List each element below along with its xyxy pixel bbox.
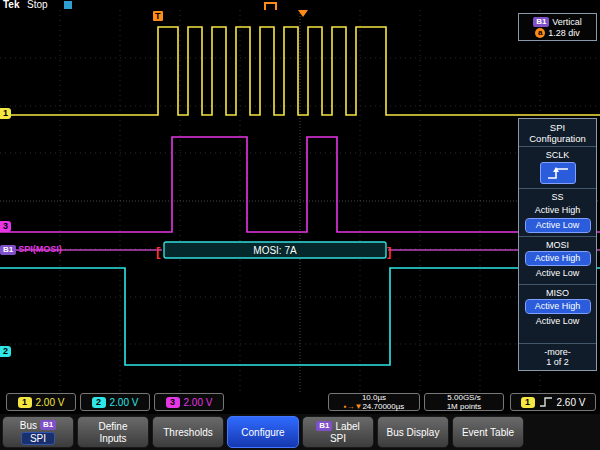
delay-readout: ▪→▼24.70000µs	[344, 402, 405, 411]
menu-bus-label: Bus	[20, 420, 37, 431]
trigger-readout: 1 2.60 V	[510, 393, 596, 411]
ch1-marker[interactable]: 1	[0, 108, 11, 119]
menu-event-table-button[interactable]: Event Table	[452, 416, 524, 448]
vbadge-label: Vertical	[552, 17, 582, 27]
thresholds-label: Thresholds	[163, 427, 212, 438]
define-inputs-line1: Define	[99, 421, 128, 432]
acquisition-indicator	[64, 1, 72, 9]
rising-edge-icon	[546, 166, 570, 180]
mosi-label: MOSI	[546, 240, 569, 250]
menu-configure-button[interactable]: Configure	[227, 416, 299, 448]
ch2-marker[interactable]: 2	[0, 346, 11, 357]
mosi-section: MOSI Active High Active Low	[519, 236, 596, 284]
miso-label: MISO	[546, 288, 569, 298]
miso-active-high-option[interactable]: Active High	[526, 300, 590, 313]
miso-section: MISO Active High Active Low	[519, 284, 596, 332]
ch3-scale-value: 2.00 V	[184, 397, 213, 408]
menu-bus-button[interactable]: Bus B1 SPI	[2, 416, 74, 448]
panel-title-line1: SPI	[519, 122, 596, 133]
delay-marker-icon: ▪→▼	[344, 402, 363, 411]
acquisition-readout: 5.00GS/s 1M points	[424, 393, 504, 411]
ch3-badge: 3	[166, 397, 180, 408]
ch2-scale-value: 2.00 V	[110, 397, 139, 408]
trigger-level-value: 2.60 V	[557, 397, 586, 408]
waveform-display: MOSI: 7A [ ]	[0, 10, 600, 392]
panel-title: SPI Configuration	[519, 119, 596, 146]
timebase-value: 10.0µs	[362, 393, 386, 402]
bus-decode-value: MOSI: 7A	[253, 245, 297, 256]
more-label: -more-	[519, 347, 596, 357]
brand-logo: Tek	[3, 0, 20, 10]
trigger-source-badge: 1	[521, 397, 535, 408]
menu-thresholds-button[interactable]: Thresholds	[152, 416, 224, 448]
ch1-badge: 1	[18, 397, 32, 408]
more-page-indicator: 1 of 2	[519, 357, 596, 367]
ss-section: SS Active High Active Low	[519, 188, 596, 236]
sclk-rising-edge-button[interactable]	[540, 162, 576, 184]
more-pages-button[interactable]: -more- 1 of 2	[519, 343, 596, 370]
acquisition-status: Stop	[27, 0, 48, 10]
event-table-label: Event Table	[462, 427, 514, 438]
bus-bracket-right: ]	[387, 244, 391, 259]
ch1-scale-value: 2.00 V	[36, 397, 65, 408]
trigger-position-arrow[interactable]	[298, 10, 308, 17]
horizontal-readout: 10.0µs ▪→▼24.70000µs	[328, 393, 420, 411]
multipurpose-knob-a-icon: a	[535, 28, 545, 38]
panel-title-line2: Configuration	[519, 133, 596, 144]
bus-vertical-badge: B1 Vertical a 1.28 div	[518, 13, 597, 41]
bus-badge: B1	[0, 245, 16, 255]
ss-label: SS	[551, 192, 563, 202]
sclk-label: SCLK	[546, 150, 570, 160]
delay-value: 24.70000µs	[362, 402, 404, 411]
bus-bracket-left: [	[156, 244, 161, 259]
define-inputs-line2: Inputs	[99, 433, 126, 444]
record-length-value: 1M points	[447, 402, 482, 411]
expansion-point-marker	[264, 2, 277, 10]
vbadge-bus-badge: B1	[533, 17, 549, 27]
bus-marker[interactable]: B1 SPI(MOSI)	[0, 244, 62, 255]
menu-define-inputs-button[interactable]: Define Inputs	[77, 416, 149, 448]
trigger-slope-icon	[539, 396, 553, 408]
ch3-marker[interactable]: 3	[0, 221, 11, 232]
sample-rate-value: 5.00GS/s	[447, 393, 480, 402]
ch1-readout: 1 2.00 V	[6, 393, 76, 411]
trigger-t-marker[interactable]: T	[153, 11, 163, 21]
vbadge-value: 1.28 div	[548, 28, 580, 38]
ss-active-high-option[interactable]: Active High	[526, 204, 590, 217]
mosi-active-high-option[interactable]: Active High	[526, 252, 590, 265]
sclk-section: SCLK	[519, 146, 596, 188]
menu-bus-value: SPI	[21, 432, 55, 445]
graticule-center-axes	[0, 10, 600, 392]
miso-active-low-option[interactable]: Active Low	[526, 315, 590, 328]
ss-active-low-option[interactable]: Active Low	[526, 219, 590, 232]
menu-label-value: SPI	[330, 433, 346, 444]
spi-configuration-panel: SPI Configuration SCLK SS Active High Ac…	[518, 118, 597, 371]
menu-label-text: Label	[335, 421, 359, 432]
mosi-active-low-option[interactable]: Active Low	[526, 267, 590, 280]
readout-bar: 1 2.00 V 2 2.00 V 3 2.00 V 10.0µs ▪→▼24.…	[0, 392, 600, 414]
ch3-readout: 3 2.00 V	[154, 393, 224, 411]
ch2-badge: 2	[92, 397, 106, 408]
menu-label-button[interactable]: B1 Label SPI	[302, 416, 374, 448]
bus-name-label: SPI(MOSI)	[18, 244, 62, 255]
configure-label: Configure	[241, 427, 284, 438]
top-status-bar: Tek Stop	[0, 0, 600, 10]
bus-display-label: Bus Display	[387, 427, 440, 438]
menu-bus-badge: B1	[40, 420, 56, 430]
menu-label-badge: B1	[316, 421, 332, 431]
ch2-readout: 2 2.00 V	[80, 393, 150, 411]
menu-bus-display-button[interactable]: Bus Display	[377, 416, 449, 448]
softkey-menu-bar: Bus B1 SPI Define Inputs Thresholds Conf…	[0, 414, 600, 450]
